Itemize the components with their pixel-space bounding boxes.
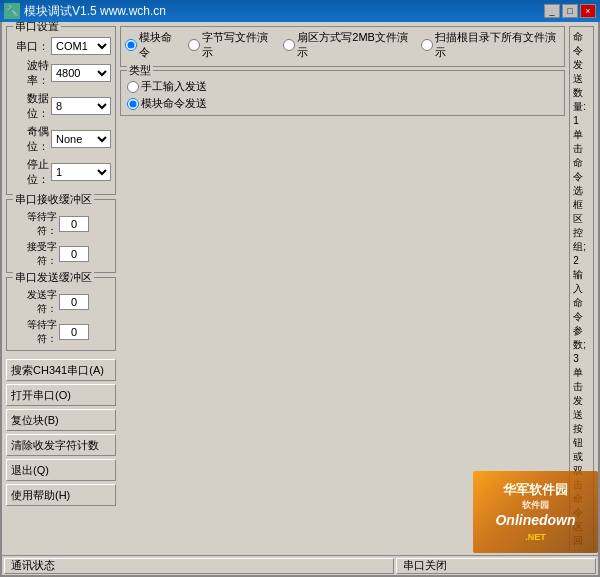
recv-chars-input[interactable]: 0 — [59, 246, 89, 262]
exit-button[interactable]: 退出(Q) — [6, 459, 116, 481]
title-bar: 🔧 模块调试V1.5 www.wch.cn _ □ × — [0, 0, 600, 22]
maximize-button[interactable]: □ — [562, 4, 578, 18]
tab-module-cmd[interactable]: 模块命令 — [125, 30, 180, 60]
parity-label: 奇偶位： — [11, 124, 49, 154]
databits-label: 数据位： — [11, 91, 49, 121]
send-chars-input[interactable]: 0 — [59, 294, 89, 310]
clear-count-button[interactable]: 清除收发字符计数 — [6, 434, 116, 456]
type-group-title: 类型 — [127, 63, 153, 78]
tab-byte-write[interactable]: 字节写文件演示 — [188, 30, 275, 60]
status-bar: 通讯状态 串口关闭 — [2, 555, 598, 575]
app-icon: 🔧 — [4, 3, 20, 19]
tab-sector-write[interactable]: 扇区方式写2MB文件演示 — [283, 30, 413, 60]
port-status: 串口关闭 — [396, 558, 596, 574]
serial-settings-title: 串口设置 — [13, 22, 61, 34]
type-module-cmd[interactable]: 模块命令发送 — [127, 96, 558, 111]
port-label: 串口： — [11, 39, 49, 54]
reset-button[interactable]: 复位块(B) — [6, 409, 116, 431]
send-buffer-group: 串口发送缓冲区 发送字符： 0 等待字符： 0 — [6, 277, 116, 351]
action-buttons: 搜索CH341串口(A) 打开串口(O) 复位块(B) 清除收发字符计数 退出(… — [6, 359, 116, 506]
cmd-description: 命令发送数量: 1 单击命令选框区控组; 2 输入命令参数; 3 单击发送按钮或… — [569, 26, 594, 551]
open-port-button[interactable]: 打开串口(O) — [6, 384, 116, 406]
serial-settings-group: 串口设置 串口： COM1 COM2 波特率： 4800 9600 — [6, 26, 116, 195]
recv-buffer-group: 串口接收缓冲区 等待字符： 0 接受字符： 0 — [6, 199, 116, 273]
databits-select[interactable]: 8 — [51, 97, 111, 115]
main-tabs: 模块命令 字节写文件演示 扇区方式写2MB文件演示 扫描根目录下所有文件演示 — [120, 26, 565, 67]
send-chars-label: 发送字符： — [11, 288, 57, 316]
minimize-button[interactable]: _ — [544, 4, 560, 18]
send-buffer-title: 串口发送缓冲区 — [13, 270, 94, 285]
comm-status: 通讯状态 — [4, 558, 394, 574]
stopbits-select[interactable]: 1 — [51, 163, 111, 181]
baud-select[interactable]: 4800 9600 — [51, 64, 111, 82]
left-panel: 串口设置 串口： COM1 COM2 波特率： 4800 9600 — [6, 26, 116, 551]
right-panel: 模块命令 字节写文件演示 扇区方式写2MB文件演示 扫描根目录下所有文件演示 — [120, 26, 594, 551]
port-select[interactable]: COM1 COM2 — [51, 37, 111, 55]
wait-chars-label: 等待字符： — [11, 210, 57, 238]
recv-buffer-title: 串口接收缓冲区 — [13, 192, 94, 207]
recv-chars-label: 接受字符： — [11, 240, 57, 268]
type-group: 类型 手工输入发送 模块命令发送 — [120, 70, 565, 116]
type-manual[interactable]: 手工输入发送 — [127, 79, 558, 94]
wait-send-input[interactable]: 0 — [59, 324, 89, 340]
baud-label: 波特率： — [11, 58, 49, 88]
wait-chars-input[interactable]: 0 — [59, 216, 89, 232]
parity-select[interactable]: None — [51, 130, 111, 148]
title-bar-text: 模块调试V1.5 www.wch.cn — [24, 3, 544, 20]
tab-scan-dir[interactable]: 扫描根目录下所有文件演示 — [421, 30, 560, 60]
close-button[interactable]: × — [580, 4, 596, 18]
stopbits-label: 停止位： — [11, 157, 49, 187]
help-button[interactable]: 使用帮助(H) — [6, 484, 116, 506]
wait-send-label: 等待字符： — [11, 318, 57, 346]
main-window: 串口设置 串口： COM1 COM2 波特率： 4800 9600 — [0, 22, 600, 577]
search-port-button[interactable]: 搜索CH341串口(A) — [6, 359, 116, 381]
